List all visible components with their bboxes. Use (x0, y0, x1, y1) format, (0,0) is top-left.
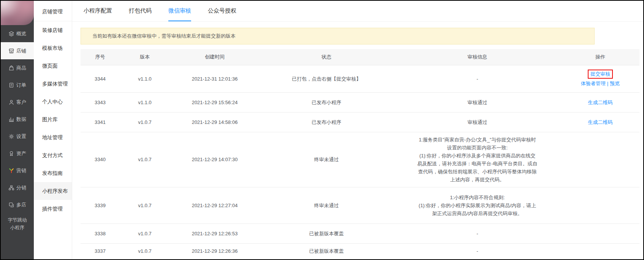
avatar (1, 1, 34, 25)
cell-created: 2021-12-29 12:27:04 (170, 187, 259, 224)
submenu-item-media-manage[interactable]: 多媒体管理 (34, 75, 72, 93)
sidebar-item-label: 多店 (16, 201, 26, 208)
cell-created: 2021-12-31 12:01:36 (170, 65, 259, 92)
col-header-version: 版本 (120, 49, 170, 65)
tab-bar: 小程序配置 打包代码 微信审核 公众号授权 (72, 1, 643, 22)
document-icon (8, 82, 14, 88)
cell-info: 审核通过 (394, 112, 561, 132)
cell-version: v1.0.7 (120, 187, 170, 224)
sidebar-item-label: 营销 (16, 167, 26, 174)
cell-seq: 3338 (81, 224, 120, 243)
cell-status: 已发布小程序 (259, 112, 394, 132)
person-icon (8, 99, 14, 105)
cell-created: 2021-12-29 14:58:06 (170, 112, 259, 132)
generate-qr-link[interactable]: 生成二维码 (588, 119, 613, 125)
cell-info: - (394, 224, 561, 243)
cell-status: 已被新版本覆盖 (259, 243, 394, 258)
cell-ops (561, 187, 639, 224)
table-row: 3341 v1.0.7 2021-12-29 14:58:06 已发布小程序 审… (81, 112, 639, 132)
sidebar-item-settings[interactable]: 设置 (1, 128, 34, 145)
sidebar-item-label: 店铺 (16, 48, 26, 54)
main-panel: 小程序配置 打包代码 微信审核 公众号授权 当前如有版本还在微信审核中，需等审核… (72, 1, 643, 259)
wechat-review-content: 当前如有版本还在微信审核中，需等审核结束后才能提交新的版本 序号 版本 创建时间… (72, 22, 643, 258)
col-header-ops: 操作 (561, 49, 639, 65)
col-header-status: 状态 (259, 49, 394, 65)
table-row: 3340 v1.0.7 2021-12-29 14:07:30 终审未通过 1:… (81, 132, 639, 187)
sidebar-item-orders[interactable]: 订单 (1, 76, 34, 94)
table-header-row: 序号 版本 创建时间 状态 审核信息 操作 (81, 49, 639, 65)
table-row: 3339 v1.0.7 2021-12-29 12:27:04 终审未通过 1:… (81, 187, 639, 224)
org-chart-icon (8, 185, 14, 191)
tab-miniprogram-config[interactable]: 小程序配置 (84, 1, 112, 21)
cell-ops: 提交审核 体验者管理|预览 (561, 65, 639, 92)
cell-created: 2021-12-29 12:26:53 (170, 224, 259, 243)
tab-official-account-auth[interactable]: 公众号授权 (208, 1, 236, 21)
gear-icon (8, 133, 14, 140)
layers-icon (8, 31, 14, 37)
cell-version: v1.0.7 (120, 112, 170, 132)
submenu-item-personal-center[interactable]: 个人中心 (34, 93, 72, 111)
sidebar-item-label: 数据 (16, 116, 26, 123)
cell-ops (561, 224, 639, 243)
preview-link[interactable]: 预览 (610, 81, 620, 86)
sidebar-item-distribution[interactable]: 分销 (1, 179, 34, 196)
submenu-item-micro-page[interactable]: 微页面 (34, 57, 72, 75)
sidebar-item-assets[interactable]: 资产 (1, 145, 34, 162)
cell-seq: 3343 (81, 92, 120, 112)
cell-ops (561, 132, 639, 187)
sidebar-item-multistore[interactable]: 多店 (1, 196, 34, 213)
tab-package-code[interactable]: 打包代码 (129, 1, 152, 21)
cell-created: 2021-12-29 14:07:30 (170, 132, 259, 187)
cell-info: 1:服务类目"商家自营-办公/文具_"与你提交代码审核时 设置的功能页面内容不一… (394, 132, 561, 187)
cell-version: v1.0.7 (120, 132, 170, 187)
app-window: 概览 店铺 商品 订单 客户 (0, 0, 644, 260)
col-header-seq: 序号 (81, 49, 120, 65)
submenu-item-image-library[interactable]: 图片库 (34, 111, 72, 128)
table-row: 3338 v1.0.7 2021-12-29 12:26:53 已被新版本覆盖 … (81, 224, 639, 243)
cell-info: 1:小程序内容不符合规则: (1):你好，你的小程序实际展示为测试商品/内容，请… (394, 187, 561, 224)
sidebar-item-label: 商品 (16, 65, 26, 71)
cell-seq: 3339 (81, 187, 120, 224)
cell-status: 已被新版本覆盖 (259, 224, 394, 243)
tab-wechat-review[interactable]: 微信审核 (168, 1, 191, 21)
tester-manage-link[interactable]: 体验者管理 (581, 81, 606, 86)
cell-seq: 3341 (81, 112, 120, 132)
cell-status: 终审未通过 (259, 187, 394, 224)
sidebar-item-label: 概览 (16, 30, 26, 37)
sidebar-item-shop[interactable]: 店铺 (1, 42, 34, 59)
submenu-item-payment-method[interactable]: 支付方式 (34, 146, 72, 164)
generate-qr-link[interactable]: 生成二维码 (588, 100, 613, 105)
submenu-item-template-market[interactable]: 模板市场 (34, 39, 72, 57)
cell-created: 2021-12-29 12:26:36 (170, 243, 259, 258)
cell-info: - (394, 243, 561, 258)
table-row: 3337 v1.0.7 2021-12-29 12:26:36 已被新版本覆盖 … (81, 243, 639, 258)
sidebar-item-bytedance-miniprogram[interactable]: 字节跳动 小程序 (1, 216, 34, 231)
submit-review-link[interactable]: 提交审核 (588, 70, 613, 79)
submenu-item-address-manage[interactable]: 地址管理 (34, 128, 72, 146)
cell-ops (561, 243, 639, 258)
sidebar-item-customers[interactable]: 客户 (1, 94, 34, 111)
audit-table: 序号 版本 创建时间 状态 审核信息 操作 3344 v1.1.0 2021-1… (81, 49, 639, 258)
cell-info: 审核通过 (394, 92, 561, 112)
submenu-item-plugin-manage[interactable]: 插件管理 (34, 200, 72, 218)
cell-version: v1.0.7 (120, 224, 170, 243)
submenu-item-publish-guide[interactable]: 发布指南 (34, 164, 72, 182)
sidebar-item-overview[interactable]: 概览 (1, 25, 34, 42)
sidebar-item-marketing[interactable]: 营销 (1, 162, 34, 179)
cell-version: v1.1.0 (120, 65, 170, 92)
cell-ops: 生成二维码 (561, 92, 639, 112)
table-row: 3344 v1.1.0 2021-12-31 12:01:36 已打包，点击右侧… (81, 65, 639, 92)
sidebar-item-goods[interactable]: 商品 (1, 59, 34, 76)
submenu-item-decorate-shop[interactable]: 装修店铺 (34, 21, 72, 39)
review-notice-banner: 当前如有版本还在微信审核中，需等审核结束后才能提交新的版本 (81, 28, 595, 44)
cell-ops: 生成二维码 (561, 112, 639, 132)
cell-status: 已发布小程序 (259, 92, 394, 112)
bag-icon (8, 65, 14, 71)
cell-seq: 3340 (81, 132, 120, 187)
sidebar-item-data[interactable]: 数据 (1, 111, 34, 128)
cell-info: - (394, 65, 561, 92)
cell-seq: 3344 (81, 65, 120, 92)
submenu-item-miniprogram-publish[interactable]: 小程序发布 (34, 182, 72, 200)
link-separator: | (607, 81, 608, 86)
multi-store-icon (8, 202, 14, 208)
